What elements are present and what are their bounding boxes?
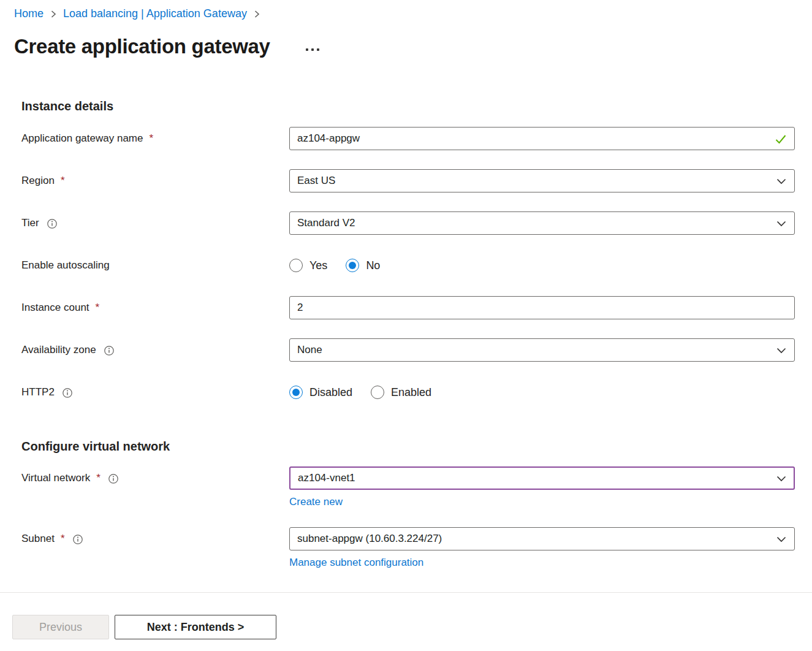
subnet-row: Subnet* subnet-appgw (10.60.3.224/27) Ma… — [21, 527, 795, 569]
tier-label: Tier — [21, 211, 289, 230]
virtual-network-row: Virtual network* az104-vnet1 Create new — [21, 466, 795, 509]
enable-autoscaling-row: Enable autoscaling Yes No — [21, 254, 795, 277]
availability-zone-value: None — [297, 344, 322, 356]
app-gateway-name-input[interactable] — [289, 127, 795, 150]
chevron-down-icon — [776, 345, 787, 359]
info-icon[interactable] — [62, 387, 73, 398]
subnet-dropdown[interactable]: subnet-appgw (10.60.3.224/27) — [289, 527, 795, 550]
breadcrumb: Home Load balancing | Application Gatewa… — [0, 0, 812, 21]
instance-count-input[interactable] — [289, 296, 795, 319]
ellipsis-horizontal-icon — [306, 48, 308, 51]
valid-checkmark-icon — [774, 132, 787, 148]
next-frontends-button[interactable]: Next : Frontends > — [115, 615, 276, 639]
required-asterisk: * — [96, 471, 101, 485]
region-value: East US — [297, 175, 335, 187]
tier-dropdown[interactable]: Standard V2 — [289, 211, 795, 235]
page-header: Create application gateway — [14, 33, 812, 60]
breadcrumb-load-balancing-link[interactable]: Load balancing | Application Gateway — [63, 6, 247, 21]
enable-autoscaling-label: Enable autoscaling — [21, 254, 289, 272]
create-application-gateway-page: Home Load balancing | Application Gatewa… — [0, 0, 812, 651]
required-asterisk: * — [61, 532, 65, 546]
chevron-right-icon — [50, 10, 57, 18]
virtual-network-label: Virtual network* — [21, 466, 289, 485]
create-form: Instance details Application gateway nam… — [21, 98, 795, 569]
create-new-vnet-link[interactable]: Create new — [289, 495, 343, 509]
chevron-right-icon — [253, 10, 260, 18]
required-asterisk: * — [96, 301, 100, 314]
app-gateway-name-label: Application gateway name* — [21, 127, 289, 145]
manage-subnet-configuration-link[interactable]: Manage subnet configuration — [289, 556, 423, 569]
availability-zone-row: Availability zone None — [21, 338, 795, 362]
breadcrumb-home-link[interactable]: Home — [14, 6, 44, 21]
autoscaling-yes-radio[interactable]: Yes — [289, 259, 327, 272]
chevron-down-icon — [776, 218, 787, 232]
chevron-down-icon — [776, 176, 787, 190]
subnet-label: Subnet* — [21, 527, 289, 546]
chevron-down-icon — [776, 534, 787, 548]
required-asterisk: * — [149, 132, 153, 145]
info-icon[interactable] — [47, 218, 58, 229]
radio-icon — [289, 259, 303, 272]
app-gateway-name-row: Application gateway name* — [21, 127, 795, 150]
http2-label: HTTP2 — [21, 381, 289, 399]
availability-zone-label: Availability zone — [21, 338, 289, 357]
page-title: Create application gateway — [14, 33, 270, 60]
info-icon[interactable] — [108, 473, 119, 484]
instance-count-row: Instance count* — [21, 296, 795, 319]
http2-row: HTTP2 Disabled Enabled — [21, 381, 795, 404]
virtual-network-dropdown[interactable]: az104-vnet1 — [289, 466, 795, 490]
info-icon[interactable] — [104, 345, 115, 356]
instance-details-heading: Instance details — [21, 98, 795, 114]
http2-disabled-radio[interactable]: Disabled — [289, 386, 352, 399]
http2-radio-group: Disabled Enabled — [289, 381, 795, 404]
info-icon[interactable] — [72, 534, 83, 545]
region-dropdown[interactable]: East US — [289, 169, 795, 192]
more-options-button[interactable] — [302, 45, 323, 55]
availability-zone-dropdown[interactable]: None — [289, 338, 795, 362]
autoscaling-no-radio[interactable]: No — [346, 259, 380, 272]
subnet-value: subnet-appgw (10.60.3.224/27) — [297, 533, 442, 545]
required-asterisk: * — [61, 174, 65, 188]
radio-icon — [371, 386, 384, 399]
tier-row: Tier Standard V2 — [21, 211, 795, 235]
instance-count-label: Instance count* — [21, 296, 289, 314]
configure-vnet-heading: Configure virtual network — [21, 438, 795, 454]
virtual-network-value: az104-vnet1 — [298, 472, 355, 484]
tier-value: Standard V2 — [297, 217, 355, 229]
footer-divider — [0, 592, 812, 593]
enable-autoscaling-radio-group: Yes No — [289, 254, 795, 277]
region-label: Region* — [21, 169, 289, 188]
chevron-down-icon — [776, 473, 787, 487]
http2-enabled-radio[interactable]: Enabled — [371, 386, 431, 399]
radio-selected-icon — [346, 259, 359, 272]
radio-selected-icon — [289, 386, 303, 399]
region-row: Region* East US — [21, 169, 795, 192]
previous-button[interactable]: Previous — [12, 615, 109, 639]
wizard-footer: Previous Next : Frontends > — [12, 615, 812, 639]
